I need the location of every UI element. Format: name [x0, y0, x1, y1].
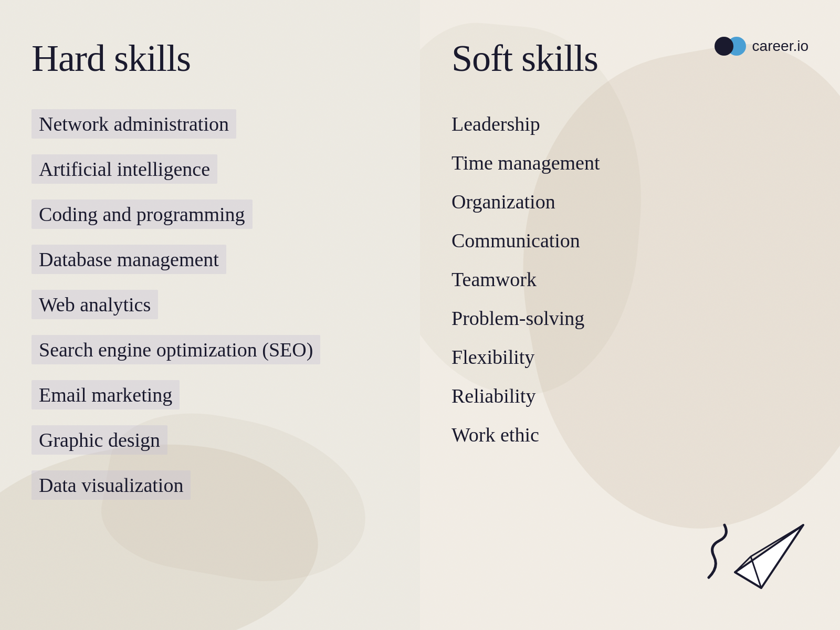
soft-skill-item: Reliability	[452, 381, 808, 411]
right-panel: career.io Soft skills LeadershipTime man…	[420, 0, 840, 630]
right-content: Soft skills LeadershipTime managementOrg…	[452, 37, 808, 449]
hard-skill-item: Search engine optimization (SEO)	[32, 335, 320, 364]
hard-skill-item: Database management	[32, 245, 226, 274]
soft-skill-item: Flexibility	[452, 342, 808, 372]
svg-marker-0	[735, 525, 803, 588]
soft-skills-list: LeadershipTime managementOrganizationCom…	[452, 109, 808, 449]
logo-area: career.io	[715, 37, 808, 56]
hard-skill-item: Data visualization	[32, 470, 191, 500]
hard-skills-title: Hard skills	[32, 37, 388, 80]
hard-skill-item-container: Email marketing	[32, 380, 388, 421]
hard-skill-item-container: Search engine optimization (SEO)	[32, 335, 388, 376]
hard-skill-item-container: Network administration	[32, 109, 388, 150]
soft-skill-item: Organization	[452, 187, 808, 216]
paper-plane-svg	[693, 494, 808, 598]
logo-circles	[715, 37, 746, 56]
soft-skill-item: Teamwork	[452, 265, 808, 294]
hard-skill-item-container: Web analytics	[32, 290, 388, 331]
hard-skill-item: Coding and programming	[32, 200, 253, 229]
hard-skill-item: Artificial intelligence	[32, 154, 217, 184]
hard-skill-item: Web analytics	[32, 290, 158, 319]
hard-skill-item-container: Database management	[32, 245, 388, 286]
hard-skill-item-container: Artificial intelligence	[32, 154, 388, 195]
hard-skill-item: Graphic design	[32, 425, 167, 455]
left-content: Hard skills Network administrationArtifi…	[32, 37, 388, 511]
soft-skill-item: Communication	[452, 226, 808, 255]
logo-text: career.io	[752, 38, 808, 55]
hard-skills-list: Network administrationArtificial intelli…	[32, 109, 388, 511]
soft-skill-item: Work ethic	[452, 420, 808, 449]
hard-skill-item: Email marketing	[32, 380, 180, 410]
left-panel: Hard skills Network administrationArtifi…	[0, 0, 420, 630]
hard-skill-item-container: Graphic design	[32, 425, 388, 466]
soft-skill-item: Problem-solving	[452, 303, 808, 333]
paper-plane-icon	[693, 494, 808, 598]
soft-skill-item: Time management	[452, 148, 808, 177]
soft-skill-item: Leadership	[452, 109, 808, 139]
logo-circle-dark	[715, 37, 733, 56]
hard-skill-item: Network administration	[32, 109, 236, 139]
hard-skill-item-container: Data visualization	[32, 470, 388, 511]
hard-skill-item-container: Coding and programming	[32, 200, 388, 240]
